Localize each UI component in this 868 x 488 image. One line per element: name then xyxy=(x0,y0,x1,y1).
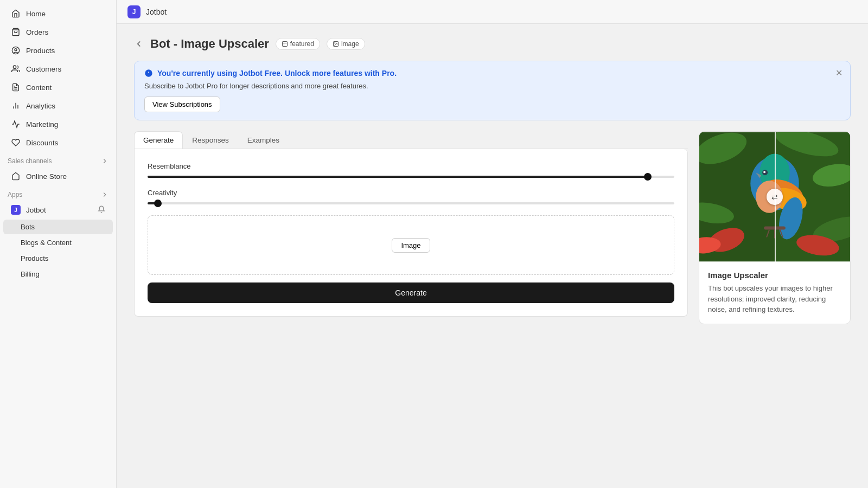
banner-body: Subscribe to Jotbot Pro for longer descr… xyxy=(144,82,840,90)
info-banner: You're currently using Jotbot Free. Unlo… xyxy=(134,61,851,120)
sidebar-subitem-products-label: Products xyxy=(21,254,48,262)
bell-icon xyxy=(98,206,105,215)
two-col-layout: Generate Responses Examples Resemblance … xyxy=(134,131,851,324)
sidebar-subitem-billing-label: Billing xyxy=(21,270,40,278)
tabs-bar: Generate Responses Examples xyxy=(134,131,688,149)
sidebar-item-marketing[interactable]: Marketing xyxy=(3,115,113,133)
products-icon xyxy=(11,46,21,55)
generate-button[interactable]: Generate xyxy=(148,282,674,303)
image-tag: image xyxy=(327,38,365,50)
info-card: ⇄ Image Upscaler This bot upscales your … xyxy=(699,131,851,324)
topbar-app-name: Jotbot xyxy=(146,8,167,16)
page-header: Bot - Image Upscaler featured image xyxy=(134,37,851,51)
svg-rect-9 xyxy=(282,42,287,47)
banner-title: You're currently using Jotbot Free. Unlo… xyxy=(157,69,397,78)
sidebar-item-online-store-label: Online Store xyxy=(26,172,67,181)
sidebar-item-online-store[interactable]: Online Store xyxy=(3,168,113,185)
marketing-icon xyxy=(11,119,21,129)
sidebar-item-content[interactable]: Content xyxy=(3,79,113,96)
sidebar-item-analytics-label: Analytics xyxy=(26,102,55,110)
resemblance-slider[interactable] xyxy=(148,176,674,178)
resemblance-thumb[interactable] xyxy=(644,173,652,181)
back-button[interactable] xyxy=(134,39,144,49)
card-description: This bot upscales your images to higher … xyxy=(708,283,841,315)
sidebar-item-customers-label: Customers xyxy=(26,65,61,73)
sales-channels-section: Sales channels xyxy=(0,152,116,167)
content-area: Bot - Image Upscaler featured image You'… xyxy=(117,24,868,488)
right-column: ⇄ Image Upscaler This bot upscales your … xyxy=(699,131,851,324)
store-icon xyxy=(11,171,21,181)
sidebar-item-orders[interactable]: Orders xyxy=(3,23,113,41)
discounts-icon xyxy=(11,138,21,147)
image-drop-area[interactable]: Image xyxy=(148,215,674,275)
image-button[interactable]: Image xyxy=(392,238,430,253)
orders-icon xyxy=(11,27,21,37)
sidebar-item-analytics[interactable]: Analytics xyxy=(3,97,113,114)
svg-point-2 xyxy=(15,49,17,51)
tab-generate[interactable]: Generate xyxy=(134,131,183,149)
sidebar-subitem-bots[interactable]: Bots xyxy=(3,220,113,234)
top-bar: J Jotbot xyxy=(117,0,868,24)
home-icon xyxy=(11,9,21,18)
sidebar-item-products[interactable]: Products xyxy=(3,42,113,59)
creativity-thumb[interactable] xyxy=(154,200,162,207)
topbar-app-icon: J xyxy=(127,5,141,18)
tab-examples[interactable]: Examples xyxy=(238,131,289,149)
sidebar-subitem-billing[interactable]: Billing xyxy=(3,267,113,281)
svg-point-3 xyxy=(13,66,16,68)
sidebar: Home Orders Products Customers Content A… xyxy=(0,0,117,488)
analytics-icon xyxy=(11,101,21,111)
banner-close-button[interactable]: ✕ xyxy=(835,68,843,78)
customers-icon xyxy=(11,64,21,74)
sidebar-subitem-bots-label: Bots xyxy=(21,223,35,231)
resemblance-label: Resemblance xyxy=(148,162,674,170)
creativity-label: Creativity xyxy=(148,189,674,197)
card-title: Image Upscaler xyxy=(708,271,841,280)
sidebar-subitem-blogs-label: Blogs & Content xyxy=(21,239,72,247)
apps-section: Apps xyxy=(0,185,116,201)
left-column: Generate Responses Examples Resemblance … xyxy=(134,131,688,324)
card-image: ⇄ xyxy=(699,132,850,262)
sidebar-item-home-label: Home xyxy=(26,10,46,18)
sidebar-item-orders-label: Orders xyxy=(26,28,48,36)
jotbot-row[interactable]: J Jotbot xyxy=(3,201,113,219)
featured-tag: featured xyxy=(276,38,320,50)
jotbot-app-icon: J xyxy=(11,205,21,215)
tab-responses[interactable]: Responses xyxy=(183,131,238,149)
sidebar-subitem-products[interactable]: Products xyxy=(3,251,113,266)
svg-point-11 xyxy=(334,43,335,44)
sidebar-item-home[interactable]: Home xyxy=(3,5,113,22)
content-icon xyxy=(11,82,21,92)
sidebar-item-marketing-label: Marketing xyxy=(26,120,58,129)
info-icon xyxy=(144,69,153,78)
sidebar-item-content-label: Content xyxy=(26,84,52,92)
jotbot-label: Jotbot xyxy=(26,206,46,214)
sidebar-item-customers[interactable]: Customers xyxy=(3,60,113,78)
page-title: Bot - Image Upscaler xyxy=(150,37,269,51)
generate-panel: Resemblance Creativity Image xyxy=(134,149,688,317)
view-subscriptions-button[interactable]: View Subscriptions xyxy=(144,97,220,112)
sidebar-item-discounts-label: Discounts xyxy=(26,139,58,147)
svg-point-30 xyxy=(763,171,765,173)
sidebar-item-discounts[interactable]: Discounts xyxy=(3,134,113,151)
card-body: Image Upscaler This bot upscales your im… xyxy=(699,262,850,324)
main-area: J Jotbot Bot - Image Upscaler featured i… xyxy=(117,0,868,488)
compare-handle[interactable]: ⇄ xyxy=(767,189,783,205)
sidebar-item-products-label: Products xyxy=(26,47,55,55)
creativity-slider[interactable] xyxy=(148,202,674,204)
sidebar-subitem-blogs-content[interactable]: Blogs & Content xyxy=(3,235,113,250)
